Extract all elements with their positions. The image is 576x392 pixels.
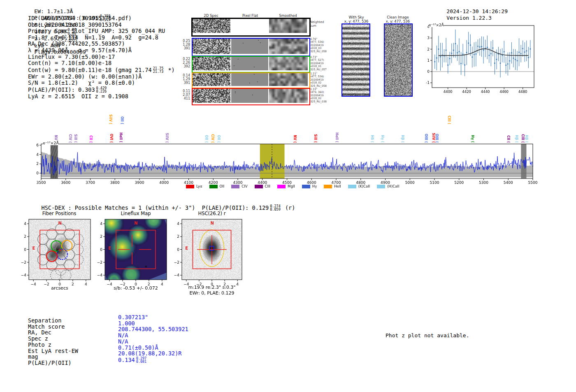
legend-swatch: [186, 185, 194, 188]
emission-line-label: CIII (: [447, 116, 451, 124]
emission-line-labels: NV (CIV (SiII (CII (OVI (SiIV (HeII (OII…: [0, 0, 576, 144]
lineflux-xlabel: s/b: -0.53 +/- 0.072: [101, 285, 171, 291]
legend-item: OII: [209, 184, 225, 188]
legend-swatch: [324, 185, 332, 188]
legend-label: (H)CaII: [387, 184, 399, 188]
match-table-label: Photo z: [28, 342, 78, 348]
match-table-label: Separation: [28, 318, 78, 324]
legend-label: HeII: [334, 184, 341, 188]
legend-swatch: [255, 185, 263, 188]
match-table-label: Spec z: [28, 336, 78, 342]
fiber-xlabel: arcsecs: [29, 285, 91, 291]
main-spectrum-plot: [33, 140, 543, 186]
legend-item: CIII: [255, 184, 270, 188]
hsc-xlabel2: EWr: 0, PLAE: 0.129: [178, 290, 246, 296]
legend-swatch: [231, 185, 239, 188]
legend-item: (H)CaII: [377, 184, 399, 188]
match-table-value: N/A: [118, 339, 188, 345]
fiber-positions-panel: [16, 209, 100, 287]
match-table-value: 20.08(19.88,20.32)R: [118, 350, 188, 357]
elixer-report-page: EW: 1.7±1.3Å P(LAE)/P(OII): 0.1950.3580.…: [0, 0, 576, 392]
match-table-value: 0.71(±0.50)Å: [118, 345, 188, 351]
spectrum-legend: LyαOIICIVCIIIMgIIHγHeII(K)CaII(H)CaII: [186, 184, 399, 188]
match-table-label: P(LAE)/P(OII): [28, 360, 78, 366]
match-table-label: mag: [28, 354, 78, 360]
match-table-value: 0.307213": [118, 314, 188, 320]
legend-item: MgII: [277, 184, 295, 188]
hsc-xlabel: m:19.9 re:2.3" s:0.3": [178, 285, 246, 290]
mainspec-units-annotation: e⁻¹⁷×2Å: [43, 141, 59, 145]
match-table-labels: SeparationMatch scoreRA, DecSpec zPhoto …: [28, 318, 78, 366]
legend-swatch: [209, 185, 218, 188]
match-table-label: Match score: [28, 324, 78, 330]
legend-label: Lyα: [196, 184, 202, 188]
legend-label: CIII: [265, 184, 270, 188]
legend-label: (K)CaII: [358, 184, 370, 188]
photz-note: Phot z plot not available.: [386, 332, 469, 339]
legend-swatch: [377, 185, 385, 188]
lineflux-map-panel: [94, 209, 176, 287]
legend-item: HeII: [324, 184, 341, 188]
legend-item: Lyα: [186, 184, 202, 188]
legend-item: (K)CaII: [348, 184, 370, 188]
inset-units-annotation: e⁻¹⁷×2Å: [429, 23, 444, 27]
legend-swatch: [348, 185, 356, 188]
legend-swatch: [277, 185, 286, 188]
legend-label: OII: [220, 184, 225, 188]
match-table-label: Est LyA rest-EW: [28, 348, 78, 354]
legend-item: Hγ: [302, 184, 317, 188]
legend-label: Hγ: [312, 184, 317, 188]
hsc-r-panel: [168, 209, 252, 287]
legend-label: CIV: [242, 184, 247, 188]
match-table-label: RA, Dec: [28, 329, 78, 336]
legend-item: CIV: [231, 184, 247, 188]
emission-line-label: SiIV (: [109, 114, 112, 124]
match-table-value: 208.744300, 55.503921: [118, 326, 188, 332]
legend-label: MgII: [288, 184, 295, 188]
match-table-value: N/A: [118, 332, 188, 339]
match-table-value: 1.000: [118, 320, 188, 327]
emission-line-label: OII (: [120, 116, 124, 124]
legend-swatch: [302, 185, 310, 188]
match-table-value-plae: 0.1340.2970.081: [118, 357, 188, 364]
match-table-value-frac: 0.2970.081: [136, 357, 147, 364]
match-table-values: 0.307213"1.000208.744300, 55.503921N/AN/…: [118, 314, 188, 364]
